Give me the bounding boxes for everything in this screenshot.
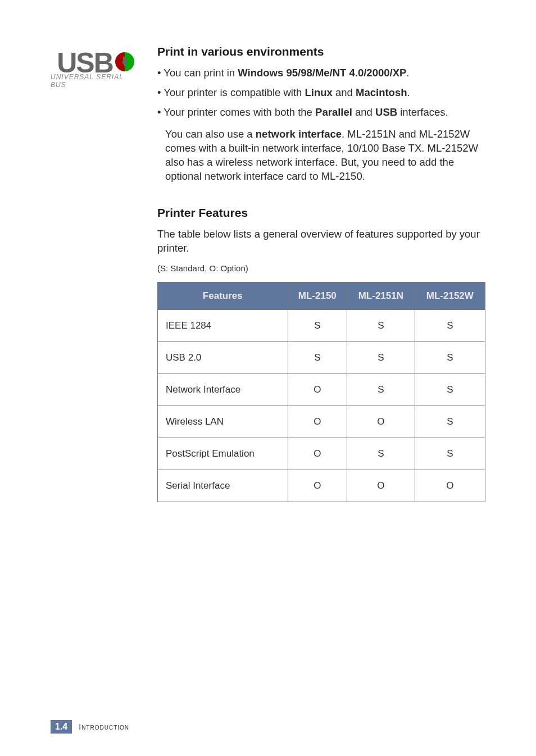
table-row: Serial Interface O O O (158, 470, 485, 502)
th-ml2150: ML-2150 (288, 282, 347, 309)
footer-label: Introduction (79, 722, 129, 731)
network-interface-paragraph: You can also use a network interface. ML… (157, 127, 485, 184)
usb-trident-icon (115, 52, 134, 71)
page-number-badge: 1.4 (51, 720, 72, 734)
page-footer: 1.4 Introduction (51, 720, 129, 734)
table-legend: (S: Standard, O: Option) (157, 263, 485, 273)
table-row: IEEE 1284 S S S (158, 309, 485, 341)
features-intro: The table below lists a general overview… (157, 227, 485, 256)
th-features: Features (158, 282, 288, 309)
usb-logo: USB UNIVERSAL SERIAL BUS (51, 52, 140, 89)
table-row: PostScript Emulation O S S (158, 438, 485, 470)
table-header-row: Features ML-2150 ML-2151N ML-2152W (158, 282, 485, 309)
bullet-linux-mac: • Your printer is compatible with Linux … (157, 86, 485, 100)
bullet-windows: • You can print in Windows 95/98/Me/NT 4… (157, 66, 485, 80)
features-table: Features ML-2150 ML-2151N ML-2152W IEEE … (157, 282, 485, 502)
section-heading-environments: Print in various environments (157, 45, 485, 58)
table-row: Wireless LAN O O S (158, 406, 485, 438)
section-heading-features: Printer Features (157, 206, 485, 220)
th-ml2151n: ML-2151N (347, 282, 415, 309)
table-row: Network Interface O S S (158, 374, 485, 406)
table-row: USB 2.0 S S S (158, 341, 485, 374)
th-ml2152w: ML-2152W (415, 282, 485, 309)
usb-logo-text: USB (57, 52, 113, 74)
bullet-parallel-usb: • Your printer comes with both the Paral… (157, 106, 485, 120)
